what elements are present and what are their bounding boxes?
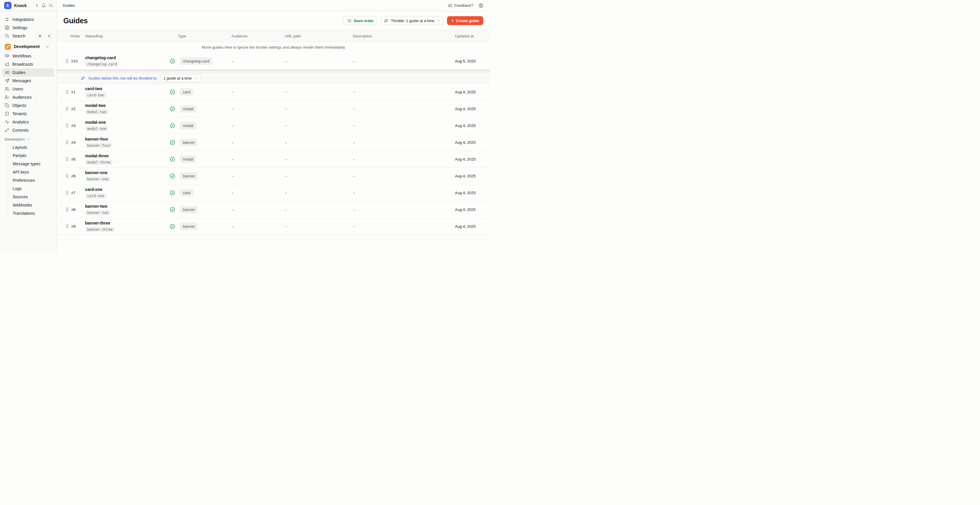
user-check-icon <box>5 95 10 100</box>
search-icon <box>5 33 10 38</box>
sidebar-item-label: Logs <box>13 186 22 191</box>
guide-name[interactable]: banner-four <box>85 137 108 142</box>
sidebar-item-preferences[interactable]: Preferences <box>8 176 54 185</box>
table-row[interactable]: #6 banner-onebanner-one banner - - - Aug… <box>57 168 490 185</box>
description-value: - <box>353 191 455 195</box>
knock-logo: k <box>4 2 11 9</box>
drag-handle[interactable] <box>57 59 70 63</box>
guide-name[interactable]: banner-one <box>85 170 108 175</box>
notifications-bell-icon[interactable] <box>41 3 46 8</box>
sidebar-item-label: Messages <box>13 78 31 83</box>
checklist-icon <box>347 19 352 23</box>
sidebar-item-sources[interactable]: Sources <box>8 193 54 201</box>
table-row[interactable]: #4 banner-fourbanner-four banner - - - A… <box>57 134 490 151</box>
sidebar-item-translations[interactable]: Translations <box>8 209 54 217</box>
guide-name[interactable]: changelog-card <box>85 56 116 60</box>
sidebar-item-objects[interactable]: Objects <box>2 101 54 110</box>
chevron-down-icon <box>194 76 197 80</box>
drag-handle[interactable] <box>57 224 70 229</box>
sidebar: k Knock Integrations <box>0 0 57 253</box>
sidebar-item-audiences[interactable]: Audiences <box>2 93 54 101</box>
sidebar-item-commits[interactable]: Commits <box>2 126 54 134</box>
drag-handle[interactable] <box>57 174 70 178</box>
feedback-button[interactable]: Feedback? <box>448 3 473 8</box>
type-badge: banner <box>180 206 197 213</box>
sidebar-item-label: Users <box>13 87 23 91</box>
guide-name[interactable]: banner-two <box>85 204 107 209</box>
type-badge: changelog-card <box>180 57 212 65</box>
guide-name[interactable]: banner-three <box>85 221 110 225</box>
sidebar-item-guides[interactable]: Guides <box>2 69 54 76</box>
topbar: Guides Feedback? <box>57 0 490 11</box>
sidebar-nav: Integrations Settings Search ⌘ K <box>0 11 57 253</box>
table-row[interactable]: #2 modal-twomodal-two modal - - - Aug 4,… <box>57 100 490 117</box>
guide-key-badge: banner-two <box>85 210 110 215</box>
sidebar-item-tenants[interactable]: Tenants <box>2 110 54 118</box>
sidebar-item-integrations[interactable]: Integrations <box>2 15 54 24</box>
table-row[interactable]: #7 card-onecard-one card - - - Aug 4, 20… <box>57 185 490 201</box>
shortcut-cmd-key: ⌘ <box>37 33 43 38</box>
save-order-button[interactable]: Save order <box>344 16 377 25</box>
table-row[interactable]: #1 card-twocard-two card - - - Aug 4, 20… <box>57 84 490 100</box>
sidebar-item-search[interactable]: Search ⌘ K <box>2 32 54 40</box>
throttle-value-select[interactable]: 1 guide at a time <box>160 74 200 82</box>
drag-handle[interactable] <box>57 190 70 195</box>
throttle-sort-icon <box>384 19 388 23</box>
drag-handle[interactable] <box>57 207 70 212</box>
drag-handle[interactable] <box>57 106 70 111</box>
guide-name[interactable]: card-one <box>85 187 102 192</box>
workspace-selector-chevrons-icon[interactable] <box>35 3 39 8</box>
sidebar-item-label: Objects <box>13 103 26 108</box>
order-number: #4 <box>70 140 85 145</box>
url-path-value: - <box>285 191 353 195</box>
table-row[interactable]: #9 banner-threebanner-three banner - - -… <box>57 218 490 235</box>
sidebar-item-api-keys[interactable]: API keys <box>8 168 54 176</box>
sidebar-item-layouts[interactable]: Layouts <box>8 143 54 151</box>
table-row[interactable]: #3 modal-onemodal-one modal - - - Aug 4,… <box>57 117 490 134</box>
updated-at-value: Aug 4, 2025 <box>455 191 490 195</box>
guide-name[interactable]: card-two <box>85 86 102 91</box>
col-header-description: Description <box>353 34 455 38</box>
table-row[interactable]: #10 changelog-card changelog-card change… <box>57 53 490 70</box>
sidebar-item-message-types[interactable]: Message types <box>8 160 54 168</box>
sidebar-item-analytics[interactable]: Analytics <box>2 118 54 126</box>
sidebar-item-workflows[interactable]: Workflows <box>2 52 54 60</box>
order-number: #3 <box>70 123 85 128</box>
environment-badge-icon <box>5 44 11 50</box>
sidebar-item-users[interactable]: Users <box>2 85 54 93</box>
drag-handle[interactable] <box>57 157 70 161</box>
sidebar-item-settings[interactable]: Settings <box>2 24 54 32</box>
table-row[interactable]: #8 banner-twobanner-two banner - - - Aug… <box>57 201 490 218</box>
guide-name[interactable]: modal-one <box>85 120 106 124</box>
guide-name[interactable]: modal-three <box>85 153 109 158</box>
guide-name[interactable]: modal-two <box>85 103 106 108</box>
environment-switcher[interactable]: Development <box>2 42 54 51</box>
search-icon[interactable] <box>49 3 53 8</box>
audience-value: - <box>231 59 285 63</box>
status-check-icon <box>170 106 175 112</box>
type-badge: banner <box>180 223 197 230</box>
order-number: #8 <box>70 207 85 212</box>
updated-at-value: Aug 4, 2025 <box>455 174 490 178</box>
drag-handle[interactable] <box>57 140 70 145</box>
account-avatar-icon[interactable] <box>479 3 484 8</box>
sidebar-item-logs[interactable]: Logs <box>8 185 54 193</box>
sidebar-item-label: Layouts <box>13 145 27 150</box>
sidebar-item-broadcasts[interactable]: Broadcasts <box>2 60 54 69</box>
developers-section-toggle[interactable]: Developers <box>2 135 54 143</box>
throttle-divider-text: Guides below this row will be throttled … <box>88 76 157 80</box>
drag-handle[interactable] <box>57 123 70 128</box>
sidebar-item-partials[interactable]: Partials <box>8 151 54 160</box>
users-icon <box>5 87 10 91</box>
guide-key-badge: card-one <box>85 193 106 199</box>
plus-icon: + <box>451 18 454 23</box>
create-guide-button[interactable]: + Create guide <box>447 16 483 25</box>
drag-handle[interactable] <box>57 89 70 94</box>
sidebar-item-messages[interactable]: Messages <box>2 76 54 85</box>
git-commit-icon <box>5 128 10 132</box>
save-order-label: Save order <box>354 19 373 23</box>
breadcrumb: Guides <box>63 3 75 8</box>
throttle-setting-dropdown[interactable]: Throttle: 1 guide at a time <box>381 16 443 25</box>
sidebar-item-webhooks[interactable]: Webhooks <box>8 201 54 209</box>
table-row[interactable]: #5 modal-threemodal-three modal - - - Au… <box>57 151 490 168</box>
